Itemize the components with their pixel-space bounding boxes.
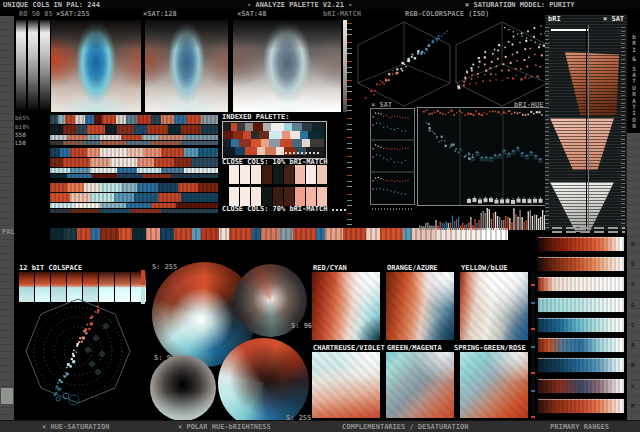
palette-swatch xyxy=(273,187,283,206)
sat-field-48 xyxy=(233,20,341,112)
range-bar-yellow xyxy=(537,276,625,292)
comp-title-orange-azure: ORANGE/AZURE xyxy=(387,264,438,272)
analyze-palette-app: UNIQUE COLS IN PAL: 244 - ANALYZE PALETT… xyxy=(0,0,640,432)
palette-swatch xyxy=(229,165,239,184)
comp-title-yellow-blue: YELLOW/bLUE xyxy=(461,264,507,272)
peak-marker xyxy=(551,29,589,31)
indexed-row xyxy=(223,131,324,139)
unique-cols-count: UNIQUE COLS IN PAL: 244 xyxy=(3,1,100,9)
palette-swatch xyxy=(317,165,327,184)
indexed-cursor-dots xyxy=(281,152,321,154)
palette-swatch xyxy=(251,165,261,184)
sphere-label-2: S: 96 xyxy=(291,322,312,330)
comp-title-red-cyan: RED/CYAN xyxy=(313,264,347,272)
palette-swatch xyxy=(273,165,283,184)
bri-column-label: bRI xyxy=(548,15,561,23)
app-title: - ANALYZE PALETTE V2.21 - xyxy=(247,1,352,9)
palette-strip xyxy=(50,141,218,145)
palette-strip xyxy=(50,183,218,192)
palette-strip xyxy=(50,125,218,134)
palette-strip xyxy=(50,209,218,213)
range-letter-o: O xyxy=(631,260,635,267)
brihue-scatter-panel xyxy=(417,107,546,206)
sat-field-128 xyxy=(145,20,228,112)
palette-strip xyxy=(50,174,218,178)
palette-swatch xyxy=(240,165,250,184)
ellipsis-dots xyxy=(332,209,346,211)
comp-title-green-magenta: GREEN/MAGENTA xyxy=(387,344,442,352)
palette-swatch xyxy=(262,165,272,184)
bri-saturation-vertical-label: bRI&SATURATION xyxy=(630,34,638,130)
comp-title-chartreuse-violet: CHARTREUSE/VIOLET xyxy=(313,344,385,352)
range-letter-b: B xyxy=(631,361,635,368)
palette-swatch xyxy=(284,165,294,184)
palette-strip xyxy=(50,135,218,140)
left-tick-column xyxy=(545,27,549,231)
palette-strip xyxy=(50,193,218,202)
strip-label-s50: S50 xyxy=(15,131,26,138)
close-cols-row-1 xyxy=(229,165,327,184)
right-tick-column xyxy=(621,27,625,231)
palette-swatch xyxy=(306,165,316,184)
range-bar-cyan xyxy=(537,317,625,333)
sat-48-label: ×SAT:48 xyxy=(237,10,267,18)
range-bar-green xyxy=(537,297,625,313)
palette-swatch xyxy=(251,187,261,206)
close-cols-row-2 xyxy=(229,187,327,206)
gray-ramp-1 xyxy=(16,20,26,112)
gray-ramp-2 xyxy=(28,20,38,112)
comp-panel-green-magenta xyxy=(386,352,454,418)
sphere-label-1: S: 255 xyxy=(152,263,177,271)
range-bar-azure xyxy=(537,337,625,353)
title-bar: UNIQUE COLS IN PAL: 244 - ANALYZE PALETT… xyxy=(0,0,640,9)
bri-match-label: bRI-MATCH xyxy=(323,10,361,18)
ramp-values-label: RO 50 85 xyxy=(19,10,53,18)
status-bar: × HUE-SATURATION × POLAR HUE-bRIGHTNESS … xyxy=(0,420,640,432)
palette-swatch xyxy=(295,165,305,184)
strip-label-b65: b65% xyxy=(15,114,29,121)
palette-strip xyxy=(50,148,218,157)
range-bar-blue xyxy=(537,357,625,373)
range-letter-m: M xyxy=(631,402,635,409)
palette-swatch xyxy=(262,187,272,206)
comp-edge-strip xyxy=(531,272,535,418)
palette-swatch xyxy=(295,187,305,206)
sat-column-label: × SAT xyxy=(603,15,624,23)
gray-ramp-3 xyxy=(40,20,50,112)
range-bar-magenta xyxy=(537,398,625,414)
indexed-row xyxy=(223,123,324,131)
center-divider xyxy=(586,25,587,231)
brihue-histogram xyxy=(417,206,546,232)
strip-label-b10: b10% xyxy=(15,123,29,130)
indexed-palette-title: INDEXED PALETTE: xyxy=(222,113,289,121)
sat-field-255 xyxy=(51,20,141,112)
primary-header-dash-2 xyxy=(552,231,625,233)
comp-panel-spring-green-rose xyxy=(460,352,528,418)
range-letter-y: Y xyxy=(631,280,635,287)
range-bar-violet xyxy=(537,378,625,394)
close-cols-70-label: CLOSE COLS: 70% bRI-MATCH xyxy=(222,205,327,213)
palette-strip xyxy=(50,115,218,124)
palette-strip xyxy=(50,203,218,208)
palette-strip xyxy=(50,168,218,173)
hue-saturation-polar-plot xyxy=(8,296,148,418)
saturation-model: × SATURATION MODEL: PURITY xyxy=(465,1,575,9)
comp-panel-chartreuse-violet xyxy=(312,352,380,418)
rgb-colorspace-title: RGB-COLORSPACE (ISO) xyxy=(405,10,489,18)
bri-sat-histogram-panel: bRI × SAT xyxy=(545,15,627,231)
sat-128-label: ×SAT:128 xyxy=(143,10,177,18)
range-bar-orange xyxy=(537,256,625,272)
footer-complementaries: COMPLEMENTARIES / DESATURATION xyxy=(342,423,468,431)
indexed-palette-box xyxy=(222,121,327,159)
polar-sphere-s96-bottom xyxy=(150,355,216,421)
primary-header-dash-1 xyxy=(552,227,625,229)
comp-title-spring-green-rose: SPRING-GREEN/ROSE xyxy=(454,344,526,352)
sat-255-label: ×SAT:255 xyxy=(56,10,90,18)
comp-panel-red-cyan xyxy=(312,272,380,340)
footer-polar-hue-brightness: × POLAR HUE-bRIGHTNESS xyxy=(178,423,271,431)
center-divider-light xyxy=(588,25,589,231)
range-bar-red xyxy=(537,236,625,252)
rgb-cube-right xyxy=(450,18,554,110)
range-letter-v: V xyxy=(631,382,635,389)
footer-primary-ranges: PRIMARY RANGES xyxy=(550,423,609,431)
